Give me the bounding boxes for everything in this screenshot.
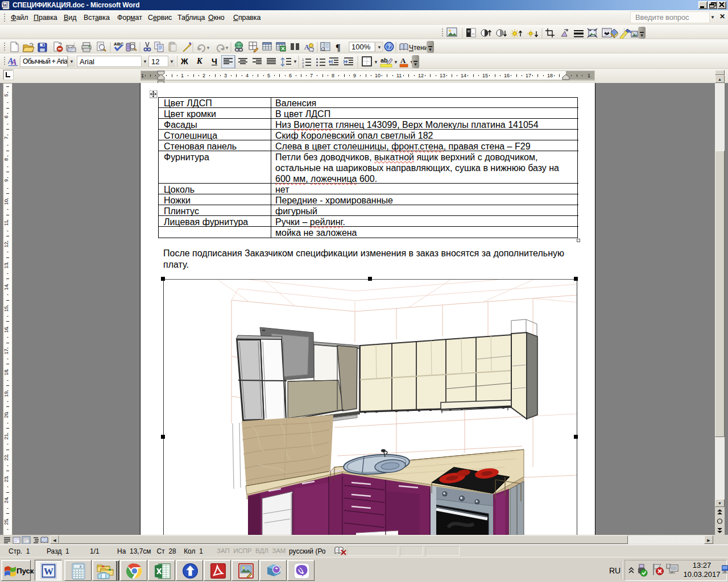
svg-text:▼: ▼ [374,60,378,65]
svg-text:17: 17 [3,348,9,354]
svg-text:24: 24 [3,497,9,503]
svg-text:3: 3 [302,65,304,68]
svg-text:¶: ¶ [336,43,341,52]
svg-text:8: 8 [3,158,9,161]
svg-text:7: 7 [3,136,9,139]
svg-text:2: 2 [202,73,205,78]
svg-text:6: 6 [289,73,292,78]
svg-text:11: 11 [3,221,9,226]
svg-text:A: A [304,43,309,51]
svg-text:18: 18 [547,73,553,78]
svg-text:23: 23 [3,476,9,482]
svg-text:15: 15 [482,73,488,78]
svg-text:1: 1 [141,73,144,78]
svg-text:19: 19 [3,391,9,397]
svg-text:6: 6 [3,115,9,118]
svg-text:▼: ▼ [293,59,297,64]
svg-text:17: 17 [526,73,531,78]
svg-text:7: 7 [310,73,313,78]
svg-text:▼: ▼ [394,60,398,65]
svg-text:1: 1 [181,73,184,78]
svg-text:20: 20 [3,412,9,418]
svg-text:9: 9 [353,73,356,78]
svg-text:25: 25 [3,519,9,525]
svg-text:11: 11 [396,73,402,78]
svg-text:100%: 100% [351,43,371,51]
svg-text:?: ? [387,44,391,50]
svg-text:4: 4 [246,73,249,78]
svg-text:10: 10 [3,199,9,205]
svg-text:18: 18 [3,369,9,375]
svg-text:3: 3 [224,73,227,78]
svg-text:8: 8 [332,73,334,78]
svg-text:10: 10 [375,73,380,78]
svg-text:W: W [44,566,53,577]
svg-text:12: 12 [418,73,424,78]
svg-text:A: A [400,56,406,65]
svg-text:22: 22 [3,455,9,460]
svg-text:A: A [11,58,16,66]
svg-text:12: 12 [3,242,9,247]
svg-text:▼: ▼ [377,45,382,50]
svg-text:13: 13 [3,263,9,268]
svg-text:16: 16 [504,73,510,78]
svg-text:ab: ab [380,57,388,64]
svg-text:14: 14 [3,284,9,290]
svg-text:▼: ▼ [206,45,210,51]
svg-text:21: 21 [3,434,9,439]
svg-text:15: 15 [3,306,9,311]
svg-text:1: 1 [588,73,590,78]
svg-text:13: 13 [440,73,445,78]
svg-text:5: 5 [267,73,270,78]
svg-text:16: 16 [3,327,9,332]
svg-text:▼: ▼ [225,45,229,51]
svg-text:9: 9 [3,179,9,182]
svg-text:W: W [2,2,7,8]
svg-text:5: 5 [3,94,9,97]
svg-text:14: 14 [461,73,466,78]
